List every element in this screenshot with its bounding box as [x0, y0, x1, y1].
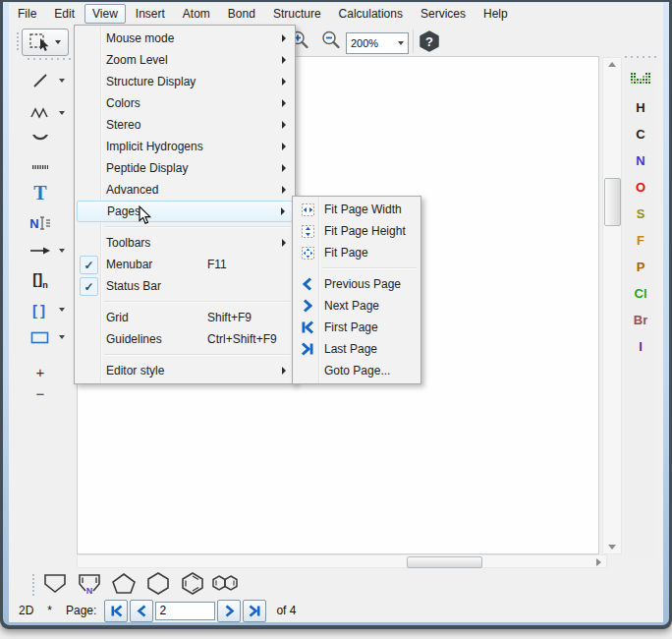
atom-label-tool[interactable]: N [16, 212, 65, 234]
menu-item-menubar[interactable]: ✓ Menubar F11 [77, 254, 293, 275]
submenu-item-fit-page-height[interactable]: Fit Page Height [295, 220, 419, 242]
template-cyclopentane[interactable] [108, 569, 140, 597]
menu-insert[interactable]: Insert [128, 4, 173, 24]
submenu-item-first-page[interactable]: First Page [295, 317, 419, 338]
toolbar-grip[interactable] [17, 30, 20, 52]
pages-submenu: Fit Page Width Fit Page Height Fit Page [292, 196, 421, 384]
menu-edit[interactable]: Edit [46, 4, 83, 24]
menu-bond[interactable]: Bond [220, 4, 263, 24]
shortcut-label: F11 [207, 258, 227, 271]
menu-item-colors[interactable]: Colors [77, 92, 293, 114]
menu-item-advanced[interactable]: Advanced [77, 179, 293, 201]
submenu-item-fit-page[interactable]: Fit Page [295, 242, 419, 263]
page-number-input[interactable] [155, 602, 215, 620]
element-p[interactable]: P [637, 260, 645, 276]
submenu-item-fit-page-width[interactable]: Fit Page Width [295, 199, 419, 220]
scroll-right-icon[interactable] [596, 558, 601, 566]
template-naphthalene[interactable] [211, 569, 243, 597]
menu-file[interactable]: File [10, 4, 44, 24]
menu-item-structure-display[interactable]: Structure Display [77, 71, 293, 92]
submenu-item-next-page[interactable]: Next Page [295, 295, 419, 317]
element-n[interactable]: N [636, 153, 644, 170]
chevron-down-icon[interactable] [59, 249, 65, 253]
reaction-arrow-tool[interactable] [16, 240, 65, 261]
chain-tool[interactable] [16, 102, 65, 124]
menu-item-grid[interactable]: Grid Shift+F9 [77, 307, 293, 328]
menu-calculations[interactable]: Calculations [331, 4, 411, 24]
selection-tool-button[interactable] [22, 29, 69, 56]
chevron-down-icon[interactable] [59, 79, 65, 83]
menu-item-peptide-display[interactable]: Peptide Display [77, 157, 293, 179]
next-page-button[interactable] [217, 600, 241, 622]
menu-item-status-bar[interactable]: ✓ Status Bar [77, 275, 293, 297]
menu-item-zoom-level[interactable]: Zoom Level [77, 49, 293, 71]
menu-item-implicit-hydrogens[interactable]: Implicit Hydrogens [77, 136, 293, 157]
element-f[interactable]: F [637, 233, 644, 250]
template-toolbar-grip[interactable] [32, 572, 35, 598]
submenu-arrow-icon [282, 164, 286, 172]
rectangle-tool[interactable] [16, 326, 65, 348]
zoom-out-button[interactable] [320, 29, 342, 55]
bond-tool[interactable] [16, 70, 65, 91]
template-pyrrole[interactable]: N [74, 569, 105, 597]
last-page-icon [299, 340, 316, 358]
element-h[interactable]: H [636, 100, 644, 117]
horizontal-scrollbar[interactable] [77, 554, 607, 568]
arc-tool[interactable] [16, 127, 65, 148]
bracket-tool[interactable]: [] [16, 299, 65, 320]
element-br[interactable]: Br [634, 313, 647, 329]
last-page-button[interactable] [243, 600, 266, 622]
menu-item-editor-style[interactable]: Editor style [77, 360, 293, 381]
shortcut-label: Shift+F9 [207, 311, 252, 324]
scroll-up-icon[interactable] [608, 62, 616, 67]
menu-item-pages[interactable]: Pages [77, 201, 293, 222]
zoom-level-combobox[interactable]: 200% [346, 32, 409, 54]
element-s[interactable]: S [637, 206, 645, 223]
palette-grip[interactable] [623, 56, 658, 59]
mouse-cursor [139, 205, 152, 229]
submenu-item-last-page[interactable]: Last Page [295, 338, 419, 360]
vertical-scrollbar-thumb[interactable] [604, 178, 621, 226]
vertical-scrollbar[interactable] [602, 57, 622, 554]
submenu-arrow-icon [282, 99, 286, 107]
text-tool[interactable]: T [16, 182, 65, 203]
menu-item-mouse-mode[interactable]: Mouse mode [77, 28, 293, 49]
chevron-down-icon[interactable] [59, 308, 65, 312]
help-button[interactable]: ? [419, 30, 440, 56]
element-c[interactable]: C [636, 127, 644, 144]
menu-services[interactable]: Services [413, 4, 474, 24]
template-cyclopentadiene[interactable] [39, 569, 71, 597]
periodic-table-button[interactable] [631, 73, 650, 90]
first-page-button[interactable] [104, 600, 128, 622]
element-palette: H C N O S F P Cl Br I [625, 54, 656, 557]
left-toolbar-grip[interactable] [26, 58, 79, 61]
element-o[interactable]: O [636, 180, 645, 197]
multipage-tool[interactable] [16, 156, 65, 178]
single-bond-icon [31, 72, 49, 89]
menu-atom[interactable]: Atom [175, 4, 218, 24]
menu-structure[interactable]: Structure [265, 4, 329, 24]
element-cl[interactable]: Cl [635, 286, 647, 303]
repeat-group-tool[interactable]: []n [16, 269, 65, 291]
chevron-down-icon[interactable] [59, 335, 65, 339]
menu-item-toolbars[interactable]: Toolbars [77, 232, 293, 254]
menu-item-stereo[interactable]: Stereo [77, 114, 293, 136]
template-cyclohexane[interactable] [142, 569, 174, 597]
chevron-down-icon[interactable] [59, 111, 65, 115]
scroll-down-icon[interactable] [608, 545, 616, 550]
element-i[interactable]: I [639, 339, 643, 356]
menu-separator [104, 354, 291, 355]
dimension-label[interactable]: 2D [19, 604, 33, 617]
menu-help[interactable]: Help [476, 4, 516, 24]
menu-item-guidelines[interactable]: Guidelines Ctrl+Shift+F9 [77, 328, 293, 350]
submenu-item-goto-page[interactable]: Goto Page... [295, 360, 419, 381]
last-page-icon [249, 605, 261, 617]
template-benzene[interactable] [177, 569, 208, 597]
menu-view[interactable]: View [84, 4, 126, 24]
submenu-item-previous-page[interactable]: Previous Page [295, 273, 419, 295]
horizontal-scrollbar-thumb[interactable] [407, 556, 482, 568]
decrease-charge-tool[interactable]: − [16, 382, 65, 404]
increase-charge-tool[interactable]: + [16, 361, 65, 382]
previous-page-button[interactable] [130, 600, 153, 622]
plus-icon: + [36, 364, 45, 380]
